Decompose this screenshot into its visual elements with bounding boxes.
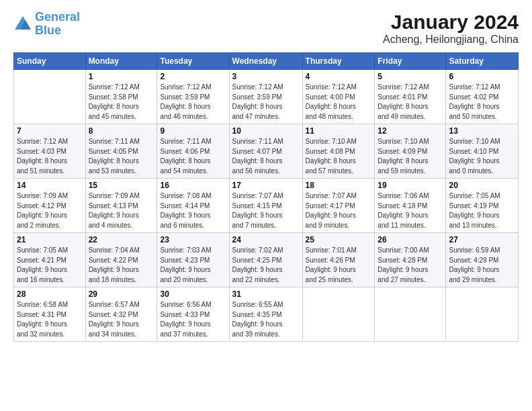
- day-info: Sunrise: 7:11 AMSunset: 4:06 PMDaylight:…: [160, 137, 226, 176]
- day-number: 29: [89, 289, 154, 299]
- day-info: Sunrise: 7:05 AMSunset: 4:21 PMDaylight:…: [17, 246, 83, 285]
- calendar-cell: 26Sunrise: 7:00 AMSunset: 4:28 PMDayligh…: [375, 233, 446, 287]
- calendar-cell: 5Sunrise: 7:12 AMSunset: 4:01 PMDaylight…: [375, 70, 446, 124]
- day-info: Sunrise: 7:12 AMSunset: 3:58 PMDaylight:…: [89, 83, 154, 122]
- calendar-cell: [375, 287, 446, 342]
- header: General Blue January 2024 Acheng, Heilon…: [13, 11, 519, 46]
- day-info: Sunrise: 7:12 AMSunset: 4:01 PMDaylight:…: [378, 83, 443, 122]
- calendar-week-row: 21Sunrise: 7:05 AMSunset: 4:21 PMDayligh…: [14, 233, 519, 287]
- day-info: Sunrise: 7:00 AMSunset: 4:28 PMDaylight:…: [378, 246, 443, 285]
- calendar-cell: 31Sunrise: 6:55 AMSunset: 4:35 PMDayligh…: [229, 287, 302, 342]
- calendar-cell: 10Sunrise: 7:11 AMSunset: 4:07 PMDayligh…: [229, 124, 302, 179]
- main-title: January 2024: [383, 11, 519, 34]
- calendar-cell: 7Sunrise: 7:12 AMSunset: 4:03 PMDaylight…: [14, 124, 86, 179]
- weekday-sunday: Sunday: [14, 53, 86, 70]
- calendar-cell: 14Sunrise: 7:09 AMSunset: 4:12 PMDayligh…: [14, 179, 86, 233]
- day-info: Sunrise: 7:09 AMSunset: 4:13 PMDaylight:…: [89, 191, 154, 230]
- day-info: Sunrise: 7:12 AMSunset: 3:59 PMDaylight:…: [232, 83, 300, 122]
- calendar-cell: 20Sunrise: 7:05 AMSunset: 4:19 PMDayligh…: [446, 179, 519, 233]
- day-info: Sunrise: 6:59 AMSunset: 4:29 PMDaylight:…: [449, 246, 515, 285]
- day-info: Sunrise: 7:02 AMSunset: 4:25 PMDaylight:…: [232, 246, 300, 285]
- day-info: Sunrise: 7:07 AMSunset: 4:17 PMDaylight:…: [306, 191, 372, 230]
- calendar-cell: 21Sunrise: 7:05 AMSunset: 4:21 PMDayligh…: [14, 233, 86, 287]
- day-info: Sunrise: 7:10 AMSunset: 4:09 PMDaylight:…: [378, 137, 443, 176]
- calendar-cell: [14, 70, 86, 124]
- calendar-body: 1Sunrise: 7:12 AMSunset: 3:58 PMDaylight…: [14, 70, 519, 342]
- calendar-cell: 9Sunrise: 7:11 AMSunset: 4:06 PMDaylight…: [157, 124, 229, 179]
- day-number: 3: [232, 72, 300, 81]
- day-info: Sunrise: 7:11 AMSunset: 4:07 PMDaylight:…: [232, 137, 300, 176]
- day-number: 31: [232, 289, 300, 299]
- day-number: 10: [232, 126, 300, 136]
- day-number: 7: [17, 126, 83, 136]
- day-number: 12: [378, 126, 443, 136]
- day-info: Sunrise: 7:12 AMSunset: 4:00 PMDaylight:…: [306, 83, 372, 122]
- calendar-cell: 17Sunrise: 7:07 AMSunset: 4:15 PMDayligh…: [229, 179, 302, 233]
- calendar-cell: 18Sunrise: 7:07 AMSunset: 4:17 PMDayligh…: [302, 179, 375, 233]
- calendar-cell: 23Sunrise: 7:03 AMSunset: 4:23 PMDayligh…: [157, 233, 229, 287]
- day-info: Sunrise: 6:55 AMSunset: 4:35 PMDaylight:…: [232, 300, 300, 339]
- day-number: 30: [160, 289, 226, 299]
- weekday-wednesday: Wednesday: [229, 53, 302, 70]
- weekday-row: SundayMondayTuesdayWednesdayThursdayFrid…: [14, 53, 519, 70]
- calendar-cell: 29Sunrise: 6:57 AMSunset: 4:32 PMDayligh…: [85, 287, 157, 342]
- calendar-header: SundayMondayTuesdayWednesdayThursdayFrid…: [14, 53, 519, 70]
- day-number: 27: [449, 235, 515, 244]
- calendar-cell: 1Sunrise: 7:12 AMSunset: 3:58 PMDaylight…: [85, 70, 157, 124]
- calendar-cell: 24Sunrise: 7:02 AMSunset: 4:25 PMDayligh…: [229, 233, 302, 287]
- calendar-cell: 2Sunrise: 7:12 AMSunset: 3:59 PMDaylight…: [157, 70, 229, 124]
- calendar-cell: [446, 287, 519, 342]
- calendar-cell: 30Sunrise: 6:56 AMSunset: 4:33 PMDayligh…: [157, 287, 229, 342]
- day-number: 26: [378, 235, 443, 244]
- logo-icon: [13, 15, 32, 34]
- calendar-cell: 28Sunrise: 6:58 AMSunset: 4:31 PMDayligh…: [14, 287, 86, 342]
- day-number: 16: [160, 181, 226, 190]
- day-number: 1: [89, 72, 154, 81]
- weekday-monday: Monday: [85, 53, 157, 70]
- calendar-week-row: 7Sunrise: 7:12 AMSunset: 4:03 PMDaylight…: [14, 124, 519, 179]
- day-info: Sunrise: 7:11 AMSunset: 4:05 PMDaylight:…: [89, 137, 154, 176]
- logo-text: General Blue: [35, 11, 80, 38]
- calendar-week-row: 28Sunrise: 6:58 AMSunset: 4:31 PMDayligh…: [14, 287, 519, 342]
- calendar-cell: 8Sunrise: 7:11 AMSunset: 4:05 PMDaylight…: [85, 124, 157, 179]
- logo-blue: Blue: [35, 24, 61, 37]
- day-number: 28: [17, 289, 83, 299]
- calendar-cell: 12Sunrise: 7:10 AMSunset: 4:09 PMDayligh…: [375, 124, 446, 179]
- day-info: Sunrise: 7:09 AMSunset: 4:12 PMDaylight:…: [17, 191, 83, 230]
- day-info: Sunrise: 7:06 AMSunset: 4:18 PMDaylight:…: [378, 191, 443, 230]
- calendar-cell: 4Sunrise: 7:12 AMSunset: 4:00 PMDaylight…: [302, 70, 375, 124]
- day-info: Sunrise: 7:04 AMSunset: 4:22 PMDaylight:…: [89, 246, 154, 285]
- calendar-cell: 27Sunrise: 6:59 AMSunset: 4:29 PMDayligh…: [446, 233, 519, 287]
- day-info: Sunrise: 7:03 AMSunset: 4:23 PMDaylight:…: [160, 246, 226, 285]
- day-number: 18: [306, 181, 372, 190]
- day-number: 4: [306, 72, 372, 81]
- day-number: 6: [449, 72, 515, 81]
- day-number: 20: [449, 181, 515, 190]
- calendar-cell: 11Sunrise: 7:10 AMSunset: 4:08 PMDayligh…: [302, 124, 375, 179]
- day-info: Sunrise: 7:07 AMSunset: 4:15 PMDaylight:…: [232, 191, 300, 230]
- day-number: 25: [306, 235, 372, 244]
- calendar-cell: 6Sunrise: 7:12 AMSunset: 4:02 PMDaylight…: [446, 70, 519, 124]
- calendar-cell: 16Sunrise: 7:08 AMSunset: 4:14 PMDayligh…: [157, 179, 229, 233]
- calendar-cell: 22Sunrise: 7:04 AMSunset: 4:22 PMDayligh…: [85, 233, 157, 287]
- day-info: Sunrise: 7:05 AMSunset: 4:19 PMDaylight:…: [449, 191, 515, 230]
- day-number: 11: [306, 126, 372, 136]
- day-number: 9: [160, 126, 226, 136]
- logo-general: General: [35, 10, 80, 24]
- calendar-cell: 13Sunrise: 7:10 AMSunset: 4:10 PMDayligh…: [446, 124, 519, 179]
- day-number: 8: [89, 126, 154, 136]
- title-block: January 2024 Acheng, Heilongjiang, China: [383, 11, 519, 46]
- calendar-cell: 25Sunrise: 7:01 AMSunset: 4:26 PMDayligh…: [302, 233, 375, 287]
- day-number: 24: [232, 235, 300, 244]
- calendar-cell: [302, 287, 375, 342]
- calendar-cell: 3Sunrise: 7:12 AMSunset: 3:59 PMDaylight…: [229, 70, 302, 124]
- day-info: Sunrise: 6:56 AMSunset: 4:33 PMDaylight:…: [160, 300, 226, 339]
- day-number: 19: [378, 181, 443, 190]
- day-number: 14: [17, 181, 83, 190]
- calendar-week-row: 1Sunrise: 7:12 AMSunset: 3:58 PMDaylight…: [14, 70, 519, 124]
- weekday-thursday: Thursday: [302, 53, 375, 70]
- day-number: 2: [160, 72, 226, 81]
- calendar-table: SundayMondayTuesdayWednesdayThursdayFrid…: [13, 52, 519, 342]
- day-info: Sunrise: 7:01 AMSunset: 4:26 PMDaylight:…: [306, 246, 372, 285]
- day-number: 15: [89, 181, 154, 190]
